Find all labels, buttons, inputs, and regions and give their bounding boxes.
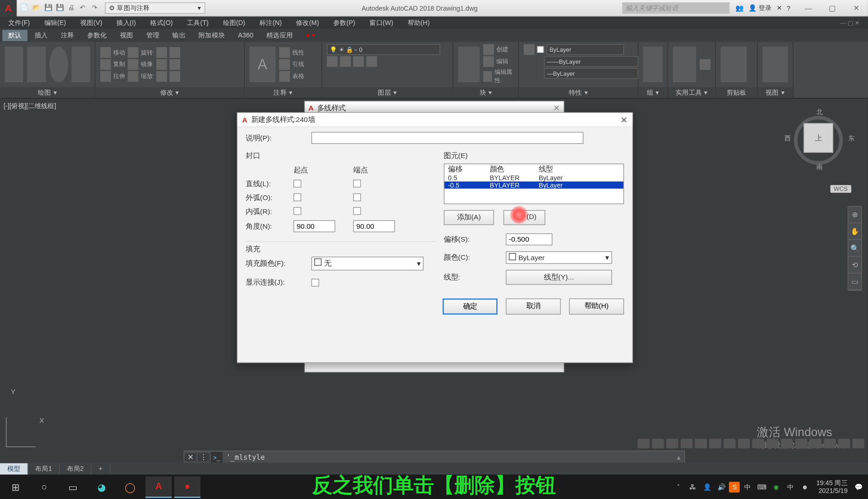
- command-line[interactable]: ✕ ⋮ >_ '_mlstyle ▴: [184, 450, 685, 463]
- nav-wheel-icon[interactable]: ⊕: [848, 207, 861, 223]
- inarc-start-checkbox[interactable]: [294, 207, 301, 215]
- tray-clock[interactable]: 19:45 周三 2021/5/19: [813, 479, 851, 495]
- status-osnap-icon[interactable]: [709, 439, 721, 449]
- tray-ime[interactable]: 中: [741, 483, 754, 492]
- panel-group[interactable]: 组 ▾: [638, 87, 667, 98]
- fillet-icon[interactable]: [157, 59, 167, 70]
- login-button[interactable]: 👤 登录: [748, 4, 772, 12]
- move-icon[interactable]: [100, 47, 111, 58]
- linetype-dropdown[interactable]: —— ByLayer: [544, 56, 638, 67]
- status-custom-icon[interactable]: [852, 439, 864, 449]
- qat-new-icon[interactable]: 📄: [20, 3, 30, 13]
- layer-off-icon[interactable]: [340, 56, 350, 67]
- maximize-button[interactable]: ▢: [820, 4, 844, 12]
- inarc-end-checkbox[interactable]: [353, 207, 361, 215]
- panel-util[interactable]: 实用工具 ▾: [668, 87, 715, 98]
- edit-block-icon[interactable]: [483, 56, 494, 67]
- autocad-taskbar-icon[interactable]: A: [145, 476, 172, 498]
- rotate-icon[interactable]: [127, 47, 138, 58]
- tray-expand-icon[interactable]: ˄: [672, 483, 685, 491]
- dialog-close-icon[interactable]: ✕: [621, 115, 628, 125]
- tray-sogou-icon[interactable]: S: [729, 482, 740, 493]
- tray-defender-icon[interactable]: ◉: [770, 483, 783, 491]
- tab-record-icon[interactable]: ● ▾: [300, 30, 321, 40]
- status-ortho-icon[interactable]: [681, 439, 693, 449]
- status-clean-icon[interactable]: [838, 439, 850, 449]
- viewcube-top[interactable]: 上: [803, 123, 833, 153]
- status-transparency-icon[interactable]: [752, 439, 764, 449]
- panel-layer[interactable]: 图层 ▾: [322, 87, 453, 98]
- util-icon[interactable]: [700, 59, 711, 70]
- offset-input[interactable]: [506, 233, 553, 245]
- fillcolor-dropdown[interactable]: 无▾: [311, 257, 423, 271]
- measure-tool[interactable]: [673, 47, 696, 83]
- angle-end-input[interactable]: [353, 220, 395, 232]
- tab-a360[interactable]: A360: [232, 30, 259, 40]
- panel-annotate[interactable]: 注释 ▾: [245, 87, 322, 98]
- cmdline-expand-icon[interactable]: ▴: [674, 453, 684, 462]
- tray-keyboard-icon[interactable]: ⌨: [755, 483, 768, 491]
- attr-edit-icon[interactable]: [483, 71, 492, 82]
- tab-featured[interactable]: 精选应用: [260, 30, 299, 41]
- app-logo[interactable]: A: [0, 0, 17, 17]
- panel-prop[interactable]: 特性 ▾: [519, 87, 638, 98]
- qat-saveas-icon[interactable]: 💾: [56, 3, 66, 13]
- tab-add[interactable]: +: [91, 464, 110, 474]
- qat-undo-icon[interactable]: ↶: [80, 3, 90, 13]
- cortana-icon[interactable]: ○: [31, 476, 57, 498]
- start-button[interactable]: ⊞: [2, 476, 29, 498]
- viewcube-east[interactable]: 东: [848, 134, 855, 142]
- panel-draw[interactable]: 绘图 ▾: [0, 87, 95, 98]
- tray-ether-icon[interactable]: 🖧: [686, 484, 699, 491]
- tab-insert[interactable]: 插入: [29, 30, 54, 41]
- array-icon[interactable]: [157, 71, 167, 82]
- elements-list[interactable]: 偏移 颜色 线型 0.5BYLAYERByLayer -0.5BYLAYERBy…: [444, 164, 624, 204]
- line-start-checkbox[interactable]: [294, 179, 301, 187]
- nav-pan-icon[interactable]: ✋: [848, 223, 861, 240]
- menu-help[interactable]: 帮助(H): [402, 17, 436, 29]
- outarc-end-checkbox[interactable]: [353, 193, 361, 201]
- panel-view[interactable]: 视图 ▾: [758, 87, 793, 98]
- paste-tool[interactable]: [721, 47, 747, 83]
- menu-draw[interactable]: 绘图(D): [217, 17, 251, 29]
- viewcube-south[interactable]: 南: [816, 162, 823, 171]
- status-iso-icon[interactable]: [824, 439, 836, 449]
- dim-icon[interactable]: [279, 47, 290, 58]
- leader-icon[interactable]: [279, 59, 290, 70]
- tray-vol-icon[interactable]: 🔊: [715, 483, 728, 491]
- viewcube[interactable]: 北 南 西 东 上: [787, 108, 852, 197]
- copy-icon[interactable]: [100, 59, 111, 70]
- status-lweight-icon[interactable]: [738, 439, 750, 449]
- layer-freeze-icon[interactable]: [353, 56, 364, 67]
- match-icon[interactable]: [524, 44, 534, 55]
- qat-plot-icon[interactable]: 🖨: [68, 3, 78, 13]
- add-button[interactable]: 添加(A): [444, 210, 494, 225]
- delete-button[interactable]: (D): [503, 210, 545, 225]
- menu-edit[interactable]: 编辑(E): [38, 17, 72, 29]
- menu-dim[interactable]: 标注(N): [253, 17, 288, 29]
- status-annoscale-icon[interactable]: [781, 439, 793, 449]
- table-icon[interactable]: [279, 71, 290, 82]
- nav-zoom-icon[interactable]: 🔍: [848, 240, 861, 256]
- status-snap-icon[interactable]: [666, 439, 678, 449]
- nav-showmotion-icon[interactable]: ▭: [848, 274, 861, 290]
- chrome-icon[interactable]: ◯: [117, 476, 143, 498]
- search-input[interactable]: 输入关键字或短语: [622, 2, 729, 14]
- panel-block[interactable]: 块 ▾: [453, 87, 518, 98]
- cancel-button[interactable]: 取消: [506, 298, 561, 315]
- status-model-icon[interactable]: [638, 439, 650, 449]
- edge-icon[interactable]: ◕: [88, 476, 115, 498]
- workspace-dropdown[interactable]: ⚙ 草图与注释▾: [105, 2, 205, 14]
- status-otrack-icon[interactable]: [723, 439, 735, 449]
- qat-save-icon[interactable]: 💾: [44, 3, 54, 13]
- ucs-icon[interactable]: Y X: [6, 417, 36, 447]
- menu-param[interactable]: 参数(P): [327, 17, 361, 29]
- line-end-checkbox[interactable]: [353, 179, 361, 187]
- angle-start-input[interactable]: [294, 220, 335, 232]
- layer-prop-icon[interactable]: [327, 56, 338, 67]
- ok-button[interactable]: 确定: [443, 298, 498, 315]
- element-row[interactable]: -0.5BYLAYERByLayer: [445, 182, 624, 189]
- line-tool[interactable]: [5, 47, 23, 83]
- trim-icon[interactable]: [157, 47, 167, 58]
- lineweight-dropdown[interactable]: — ByLayer: [544, 68, 638, 79]
